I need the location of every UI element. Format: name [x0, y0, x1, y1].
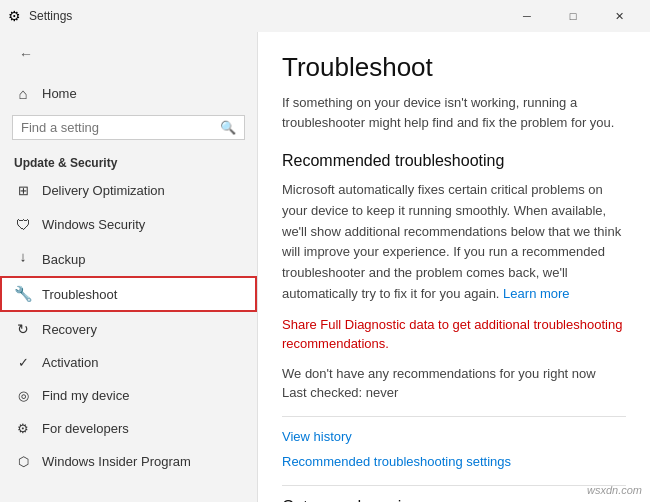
sidebar-item-windows-security[interactable]: 🛡 Windows Security: [0, 207, 257, 242]
sidebar-item-troubleshoot[interactable]: 🔧 Troubleshoot: [0, 276, 257, 312]
home-icon: ⌂: [14, 85, 32, 102]
titlebar-left: ⚙ Settings: [8, 8, 72, 24]
activation-icon: ✓: [14, 355, 32, 370]
maximize-button[interactable]: □: [550, 0, 596, 32]
divider-2: [282, 485, 626, 486]
sidebar-item-for-developers[interactable]: ⚙ For developers: [0, 412, 257, 445]
sidebar-security-label: Windows Security: [42, 217, 145, 232]
sidebar-item-find-my-device[interactable]: ◎ Find my device: [0, 379, 257, 412]
search-box[interactable]: 🔍: [12, 115, 245, 140]
sidebar-developers-label: For developers: [42, 421, 129, 436]
content-area: Troubleshoot If something on your device…: [258, 32, 650, 502]
titlebar-title: Settings: [29, 9, 72, 23]
settings-gear-icon: ⚙: [8, 8, 21, 24]
share-diagnostic-link[interactable]: Share Full Diagnostic data to get additi…: [282, 315, 626, 354]
windows-security-icon: 🛡: [14, 216, 32, 233]
troubleshoot-icon: 🔧: [14, 285, 32, 303]
sidebar-insider-label: Windows Insider Program: [42, 454, 191, 469]
main-container: ← ⌂ Home 🔍 Update & Security ⊞ Delivery …: [0, 32, 650, 502]
recommended-title: Recommended troubleshooting: [282, 152, 626, 170]
sidebar-item-home[interactable]: ⌂ Home: [0, 76, 257, 111]
sidebar-delivery-label: Delivery Optimization: [42, 183, 165, 198]
sidebar-item-backup[interactable]: ↑ Backup: [0, 242, 257, 276]
minimize-button[interactable]: ─: [504, 0, 550, 32]
sidebar-section-label: Update & Security: [0, 148, 257, 174]
recommended-settings-link[interactable]: Recommended troubleshooting settings: [282, 454, 626, 469]
view-history-link[interactable]: View history: [282, 429, 626, 444]
sidebar-recovery-label: Recovery: [42, 322, 97, 337]
last-checked-text: Last checked: never: [282, 385, 626, 400]
sidebar-item-recovery[interactable]: ↻ Recovery: [0, 312, 257, 346]
sidebar-nav-top: ←: [0, 32, 257, 76]
titlebar-controls: ─ □ ✕: [504, 0, 642, 32]
watermark: wsxdn.com: [587, 484, 642, 496]
insider-icon: ⬡: [14, 454, 32, 469]
sidebar-backup-label: Backup: [42, 252, 85, 267]
back-button[interactable]: ←: [12, 40, 40, 68]
backup-icon: ↑: [14, 251, 32, 267]
page-title: Troubleshoot: [282, 52, 626, 83]
sidebar-home-label: Home: [42, 86, 77, 101]
sidebar-find-label: Find my device: [42, 388, 129, 403]
no-recommendations-text: We don't have any recommendations for yo…: [282, 366, 626, 381]
titlebar: ⚙ Settings ─ □ ✕: [0, 0, 650, 32]
sidebar: ← ⌂ Home 🔍 Update & Security ⊞ Delivery …: [0, 32, 258, 502]
close-button[interactable]: ✕: [596, 0, 642, 32]
recommended-body: Microsoft automatically fixes certain cr…: [282, 180, 626, 305]
divider: [282, 416, 626, 417]
search-input[interactable]: [21, 120, 220, 135]
developers-icon: ⚙: [14, 421, 32, 436]
learn-more-link[interactable]: Learn more: [503, 286, 569, 301]
sidebar-item-delivery-optimization[interactable]: ⊞ Delivery Optimization: [0, 174, 257, 207]
sidebar-activation-label: Activation: [42, 355, 98, 370]
page-subtitle: If something on your device isn't workin…: [282, 93, 626, 132]
search-icon: 🔍: [220, 120, 236, 135]
sidebar-item-activation[interactable]: ✓ Activation: [0, 346, 257, 379]
find-device-icon: ◎: [14, 388, 32, 403]
sidebar-troubleshoot-label: Troubleshoot: [42, 287, 117, 302]
recovery-icon: ↻: [14, 321, 32, 337]
sidebar-item-windows-insider[interactable]: ⬡ Windows Insider Program: [0, 445, 257, 478]
get-running-title: Get up and running: [282, 498, 626, 502]
delivery-optimization-icon: ⊞: [14, 183, 32, 198]
